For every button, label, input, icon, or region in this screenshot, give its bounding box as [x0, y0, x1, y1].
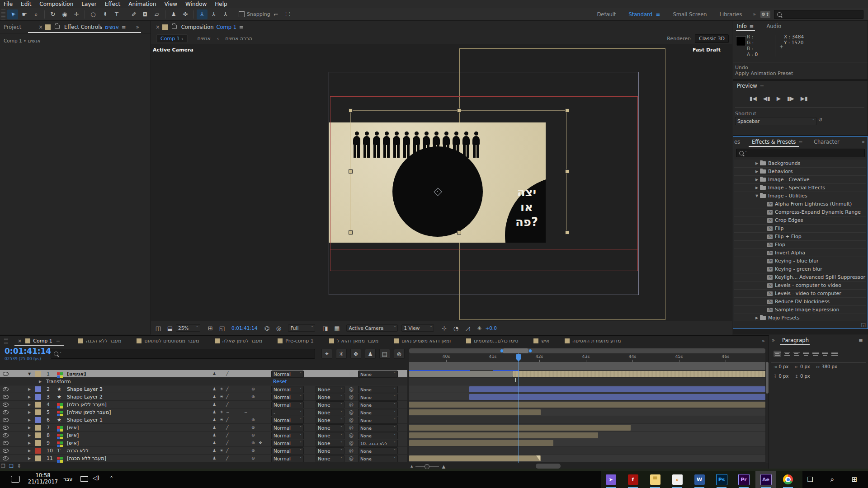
comp-mini-flowchart-icon[interactable]: ⌖	[321, 349, 332, 359]
layer-row[interactable]: ▶3★Shape Layer 2♟☀╱⊚Normal˅None˅@None˅	[0, 393, 407, 401]
mode-select[interactable]: Normal˅	[271, 401, 304, 408]
taskbar-task-view-icon[interactable]: ❏	[800, 471, 821, 488]
shy-switch[interactable]: ♟	[212, 393, 219, 400]
tree-item[interactable]: fxKeying - blue blur	[734, 257, 866, 265]
menu-help[interactable]: Help	[215, 1, 227, 7]
quality-switch[interactable]: ╱	[226, 393, 232, 400]
layer-expand-arrow[interactable]: ▶	[28, 416, 31, 423]
tree-item[interactable]: ▼Image - Utilities	[734, 192, 866, 200]
workspace-default[interactable]: Default	[597, 11, 616, 18]
motion-blur-switch[interactable]: ⊚	[251, 424, 258, 431]
parent-select[interactable]: None˅	[358, 401, 398, 408]
composition-viewer[interactable]: Active Camera Fast Draft יצהאופה?	[151, 44, 732, 321]
reset-preview-icon[interactable]: ↺	[818, 117, 822, 123]
previous-frame-button[interactable]: ◀▮	[763, 95, 770, 102]
layer-expand-arrow[interactable]: ▶	[28, 401, 31, 408]
snap-options-icon[interactable]: ⌐	[271, 9, 282, 19]
parent-pickwhip-icon[interactable]: @	[349, 370, 354, 377]
layer-graph-row[interactable]	[409, 416, 765, 424]
taskbar-word-icon[interactable]: W	[689, 471, 710, 488]
playhead-marker-tip[interactable]	[516, 359, 521, 361]
workspace-libraries[interactable]: Libraries	[720, 11, 742, 18]
playhead-marker[interactable]	[516, 354, 521, 359]
taskbar-start-icon[interactable]: ⊞	[844, 471, 865, 488]
trkmat-select[interactable]: None˅	[316, 455, 344, 462]
layer-visibility-toggle[interactable]	[3, 439, 9, 446]
taskbar-file-explorer-icon[interactable]: ▀	[645, 471, 665, 488]
taskbar-adobe-purple-app-icon[interactable]: ➤	[600, 471, 621, 488]
tab-composition[interactable]: Composition	[181, 24, 214, 30]
mode-select[interactable]: Normal˅	[271, 394, 304, 401]
tab-preview[interactable]: Preview	[737, 83, 757, 89]
motion-blur-switch[interactable]: ⊚	[251, 455, 258, 462]
panel-resize-icon[interactable]: ◲	[861, 322, 866, 328]
layer-label-swatch[interactable]	[35, 402, 41, 408]
layer-label-swatch[interactable]	[35, 394, 41, 400]
layer-expand-arrow[interactable]: ▶	[28, 432, 31, 439]
align-button-4[interactable]	[811, 351, 819, 357]
layer-row[interactable]: ▶8[איש]♟╱⊚Normal˅None˅@None˅	[0, 432, 407, 439]
world-axis-mode[interactable]: ⅄	[208, 9, 219, 19]
parent-select[interactable]: None˅	[358, 447, 398, 455]
layer-visibility-toggle[interactable]	[3, 416, 9, 423]
action-center-icon[interactable]	[11, 476, 20, 483]
timeline-tab[interactable]: סימו כולם...מפוטמים	[466, 338, 518, 344]
tree-item[interactable]: fxFlip + Flop	[734, 233, 866, 241]
tree-item[interactable]: fxAlpha From Lightness (Unmult)	[734, 200, 866, 208]
mode-select[interactable]: Normal˅	[271, 455, 304, 462]
network-icon[interactable]	[80, 476, 88, 482]
parent-select[interactable]: None˅	[358, 417, 398, 424]
workspace-standard[interactable]: Standard	[628, 11, 652, 18]
exposure-icon[interactable]: ✳	[474, 323, 485, 333]
next-frame-button[interactable]: ▮▶	[787, 95, 794, 102]
collapse-switch[interactable]: ☀	[220, 416, 226, 423]
live-update-icon[interactable]: ✳	[336, 349, 347, 359]
menu-layer[interactable]: Layer	[81, 1, 96, 7]
parent-pickwhip-icon[interactable]: @	[349, 447, 354, 454]
layer-label-swatch[interactable]	[35, 425, 41, 431]
folder-arrow-icon[interactable]: ▶	[755, 178, 759, 182]
parent-pickwhip-icon[interactable]: @	[349, 401, 354, 408]
taskbar-chrome-icon[interactable]	[778, 471, 798, 488]
layer-graph-row[interactable]	[409, 408, 765, 416]
layer-expand-arrow[interactable]: ▶	[28, 393, 31, 400]
trkmat-select[interactable]: None˅	[316, 409, 344, 416]
rotate-tool[interactable]: ↻	[47, 9, 58, 19]
draft-3d-icon[interactable]: ❖	[350, 349, 361, 359]
close-icon[interactable]: ×	[38, 24, 43, 30]
timeline-tab[interactable]: ומאן דהוא משמיע נאום	[394, 338, 451, 344]
view-axis-mode[interactable]: ⅄	[220, 9, 231, 19]
tree-item[interactable]: fxCompress-Expand Dynamic Range	[734, 208, 866, 216]
mode-select[interactable]: -˅	[271, 409, 304, 416]
quality-switch[interactable]: −	[226, 408, 232, 416]
breadcrumb-parent-comp[interactable]: הרבה אנשים	[225, 36, 252, 42]
layer-expand-arrow[interactable]: ▶	[28, 447, 31, 454]
layer-visibility-toggle[interactable]	[3, 370, 9, 377]
layer-label-swatch[interactable]	[35, 371, 41, 377]
parent-pickwhip-icon[interactable]: @	[349, 432, 354, 439]
layer-graph-row[interactable]	[409, 432, 765, 439]
layer-duration-bar[interactable]	[409, 440, 553, 446]
timeline-hscrollbar-thumb[interactable]	[536, 464, 561, 469]
menu-view[interactable]: View	[165, 1, 177, 7]
paragraph-field[interactable]: ↦380 px	[816, 364, 837, 369]
snapshot-camera-icon[interactable]: ⌬	[261, 323, 272, 333]
layer-graph-row[interactable]	[409, 370, 765, 378]
layer-duration-bar[interactable]	[409, 432, 598, 438]
local-axis-mode[interactable]: ⅄	[197, 9, 208, 19]
motion-blur-switch[interactable]: ⊚	[251, 432, 258, 439]
motion-blur-switch[interactable]: ⊚	[251, 439, 258, 446]
zoom-tool[interactable]: ⌕	[31, 9, 42, 19]
trkmat-select[interactable]: None˅	[316, 424, 344, 432]
exposure-value[interactable]: +0.0	[485, 325, 497, 331]
collapse-switch[interactable]: ☀	[220, 385, 226, 393]
parent-pickwhip-icon[interactable]: @	[349, 455, 354, 462]
layer-row[interactable]: ▶5[מעבר לסימן שאלה]♟☀−−-˅None˅@None˅	[0, 408, 407, 416]
mode-select[interactable]: Normal˅	[271, 371, 304, 378]
layer-expand-arrow[interactable]: ▶	[28, 408, 31, 416]
parent-select[interactable]: None˅	[358, 409, 398, 416]
layer-row[interactable]: ▶6★Shape Layer 1♟☀╱⊚Normal˅None˅@None˅	[0, 416, 407, 424]
parent-select[interactable]: None˅	[358, 432, 398, 439]
parent-pickwhip-icon[interactable]: @	[349, 393, 354, 400]
parent-select[interactable]: None˅	[358, 455, 398, 462]
